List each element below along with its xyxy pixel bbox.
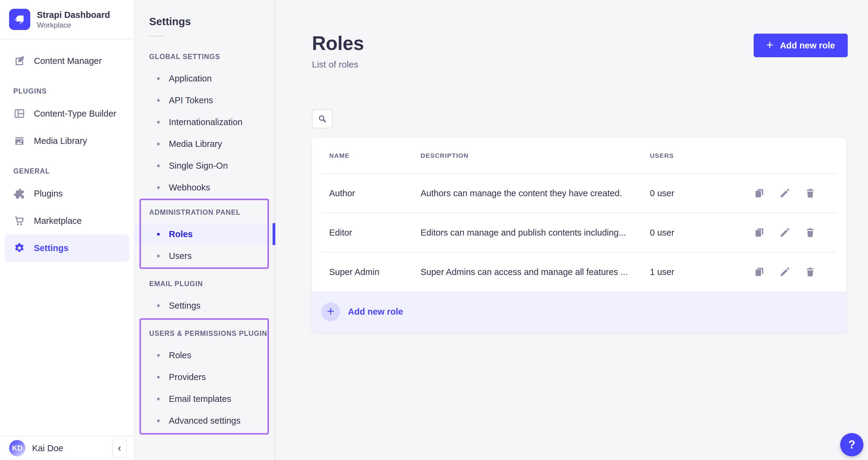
edit-role-button[interactable] [778,265,792,279]
role-users-count: 1 user [650,267,753,277]
sidebar-item-plugins[interactable]: Plugins [5,180,129,207]
subnav-item-application[interactable]: Application [135,67,275,89]
sidebar-footer: KD Kai Doe ‹ [0,436,134,460]
duplicate-role-button[interactable] [753,265,766,279]
sidebar-item-label: Content Manager [34,56,102,66]
strapi-logo-icon [9,9,30,30]
edit-pencil-icon [779,227,790,238]
bullet-icon [157,186,160,189]
user-avatar[interactable]: KD [9,440,25,456]
bullet-icon [157,77,160,80]
bullet-icon [157,99,160,102]
brand-header: Strapi Dashboard Workplace [0,0,134,39]
content-type-builder-icon [13,108,25,120]
subnav-item-up-providers[interactable]: Providers [135,366,275,388]
row-actions [753,265,817,279]
subnav-item-admin-users[interactable]: Users [135,245,275,267]
table-header-row: NAME DESCRIPTION USERS [312,138,846,173]
subnav-section-global-settings: GLOBAL SETTINGS [135,46,275,67]
table-row-author[interactable]: Author Authors can manage the content th… [312,174,846,212]
column-header-description: DESCRIPTION [421,152,650,159]
role-description: Editors can manage and publish contents … [421,228,650,238]
help-button[interactable]: ? [840,433,864,456]
subnav-title: Settings [135,0,275,28]
subnav-item-email-settings[interactable]: Settings [135,295,275,316]
subnav-item-label: Roles [169,350,191,361]
content-manager-icon [13,55,25,67]
page-subtitle: List of roles [312,59,868,70]
sidebar-item-marketplace[interactable]: Marketplace [5,207,129,234]
table-add-new-role-row[interactable]: + Add new role [312,291,846,332]
subnav-item-label: API Tokens [169,95,213,105]
subnav-item-label: Media Library [169,139,222,149]
plus-circle-icon: + [321,303,340,321]
plugins-icon [13,188,25,200]
subnav-item-up-advanced-settings[interactable]: Advanced settings [135,410,275,432]
table-row-super-admin[interactable]: Super Admin Super Admins can access and … [312,253,846,291]
duplicate-role-button[interactable] [753,226,766,239]
subnav-section-administration-panel: ADMINISTRATION PANEL [135,201,275,223]
subnav-item-up-roles[interactable]: Roles [135,344,275,366]
subnav-section-email-plugin: EMAIL PLUGIN [135,273,275,295]
duplicate-icon [754,188,765,199]
bullet-icon [157,376,160,378]
search-button[interactable] [312,109,333,128]
bullet-icon [157,304,160,307]
subnav-item-up-email-templates[interactable]: Email templates [135,388,275,410]
subnav-item-label: Providers [169,372,206,382]
role-description: Super Admins can access and manage all f… [421,267,650,277]
subnav-item-admin-roles[interactable]: Roles [135,223,275,245]
collapse-sidebar-button[interactable]: ‹ [112,438,127,458]
subnav-divider [149,36,164,37]
sidebar-item-content-manager[interactable]: Content Manager [5,47,129,75]
role-name: Super Admin [329,267,421,277]
add-new-role-button[interactable]: + Add new role [754,34,848,57]
add-new-role-label: Add new role [780,40,835,51]
main-sidebar: Strapi Dashboard Workplace Content Manag… [0,0,135,460]
row-actions [753,186,817,200]
sidebar-item-media-library[interactable]: Media Library [5,127,129,154]
bullet-icon [157,420,160,422]
workspace-name: Workplace [37,21,110,29]
subnav-item-label: Settings [169,301,200,311]
sidebar-item-label: Settings [34,243,68,253]
sidebar-item-label: Content-Type Builder [34,109,116,119]
search-icon [317,114,327,123]
subnav-item-internationalization[interactable]: Internationalization [135,111,275,133]
trash-icon [804,266,816,278]
sidebar-item-content-type-builder[interactable]: Content-Type Builder [5,100,129,127]
duplicate-role-button[interactable] [753,186,766,200]
subnav-item-label: Email templates [169,394,231,404]
subnav-item-media-library[interactable]: Media Library [135,133,275,155]
delete-role-button[interactable] [804,186,817,200]
marketplace-icon [13,215,25,227]
bullet-icon [157,233,160,236]
sidebar-nav: Content Manager PLUGINS Content-Type Bui… [0,39,134,436]
subnav-item-single-sign-on[interactable]: Single Sign-On [135,155,275,177]
delete-role-button[interactable] [804,226,817,239]
main-content: Roles List of roles + Add new role NAME … [275,0,868,460]
sidebar-item-settings[interactable]: Settings [5,234,129,262]
delete-role-button[interactable] [804,265,817,279]
duplicate-icon [754,227,765,238]
brand-text: Strapi Dashboard Workplace [37,9,110,29]
column-header-name: NAME [329,152,421,159]
role-description: Authors can manage the content they have… [421,189,650,198]
edit-role-button[interactable] [778,186,792,200]
media-library-icon [13,135,25,147]
subnav-item-webhooks[interactable]: Webhooks [135,177,275,198]
bullet-icon [157,398,160,400]
row-actions [753,226,817,239]
table-row-editor[interactable]: Editor Editors can manage and publish co… [312,213,846,252]
role-name: Editor [329,228,421,238]
bullet-icon [157,143,160,145]
sidebar-section-general: GENERAL [13,162,134,180]
user-name: Kai Doe [32,443,63,453]
app-title: Strapi Dashboard [37,9,110,20]
subnav-item-label: Single Sign-On [169,161,228,171]
sidebar-section-plugins: PLUGINS [13,82,134,100]
edit-role-button[interactable] [778,226,792,239]
subnav-item-api-tokens[interactable]: API Tokens [135,89,275,111]
sidebar-item-label: Marketplace [34,216,82,226]
add-new-role-row-label: Add new role [348,307,403,317]
